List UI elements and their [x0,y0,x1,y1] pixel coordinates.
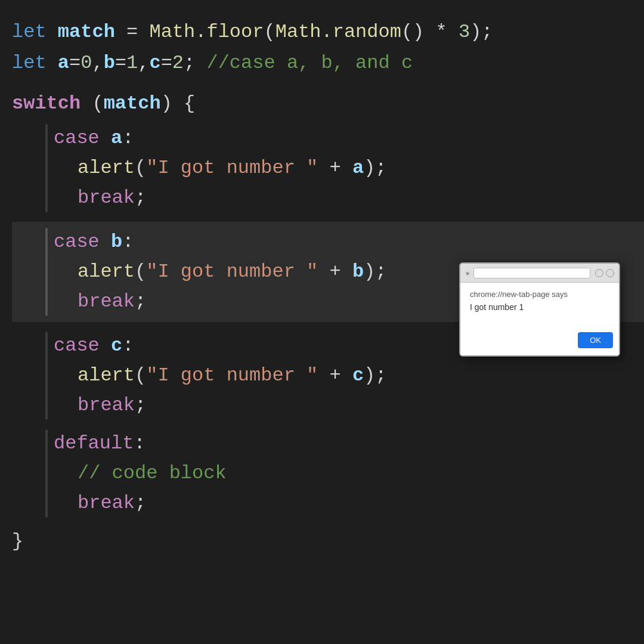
alert-call-a: alert [78,154,135,182]
dialog-body: chrome://new-tab-page says I got number … [460,283,619,329]
alert-dialog: ★ chrome://new-tab-page says I got numbe… [459,262,620,357]
decl-b: b [104,49,115,78]
keyword-case-a: case [54,124,111,153]
code-editor: let match = Math.floor ( Math.random () … [0,0,644,644]
dialog-favicon: ★ [465,268,470,278]
dialog-minimize-btn [595,269,603,277]
decl-a: a [58,49,69,78]
dialog-url-bar [473,268,590,278]
math-random: Math.random [275,18,401,47]
case-b-content: case b : alert ( "I got number " + b ); … [54,228,386,316]
keyword-case-b: case [54,228,111,256]
comment-cases: //case a, b, and c [206,49,413,78]
comment-code-block: // code block [78,459,227,488]
dialog-footer: OK [460,329,619,355]
keyword-break-b: break [78,287,135,316]
code-line-1: let match = Math.floor ( Math.random () … [12,18,644,47]
num-3: 3 [459,18,470,47]
case-a-border [45,124,48,212]
keyword-case-c: case [54,332,111,360]
keyword-break-a: break [78,184,135,212]
case-b-border [45,228,48,316]
default-content: default : // code block break ; [54,429,227,518]
dialog-controls [595,269,614,277]
alert-call-c: alert [78,361,135,390]
keyword-break-default: break [78,489,135,518]
keyword-default: default [54,429,134,458]
var-match: match [58,18,115,47]
decl-c: c [149,49,160,78]
case-c-border [45,332,48,420]
default-block: default : // code block break ; [12,429,644,518]
dialog-source: chrome://new-tab-page says [470,290,609,299]
dialog-ok-button[interactable]: OK [578,332,613,348]
case-c-content: case c : alert ( "I got number " + c ); … [54,332,386,420]
keyword-let: let [12,18,58,47]
dialog-titlebar: ★ [460,264,619,283]
keyword-let2: let [12,49,58,78]
code-line-2: let a = 0 , b = 1 , c = 2 ; //case a, b,… [12,49,644,78]
case-a-block: case a : alert ( "I got number " + a ); … [12,124,644,212]
var-match-ref: match [104,89,161,118]
alert-call-b: alert [78,258,135,286]
math-floor: Math.floor [149,18,264,47]
case-a-content: case a : alert ( "I got number " + a ); … [54,124,386,212]
default-border [45,429,48,518]
closing-brace: } [12,527,644,556]
dialog-maximize-btn [606,269,614,277]
dialog-message: I got number 1 [470,302,609,312]
code-line-switch: switch ( match ) { [12,89,644,118]
keyword-switch: switch [12,89,92,118]
keyword-break-c: break [78,391,135,420]
